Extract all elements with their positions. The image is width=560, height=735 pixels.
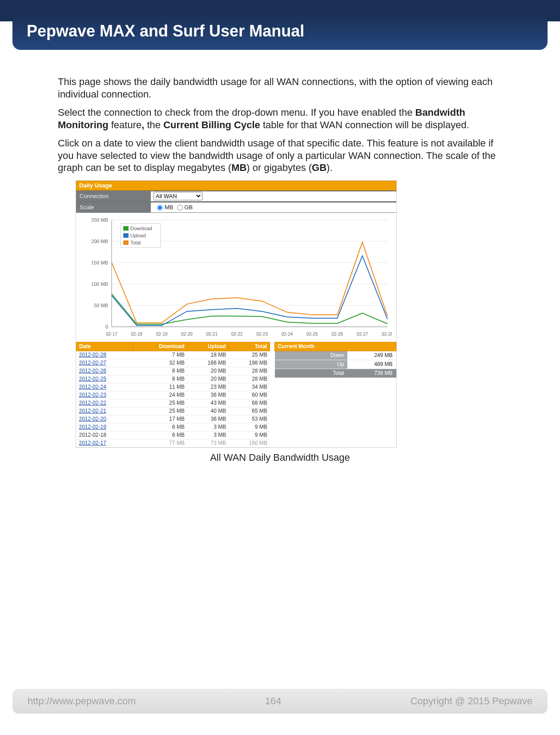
month-down-label: Down: [275, 351, 348, 360]
svg-text:02-21: 02-21: [206, 332, 218, 337]
svg-text:02-26: 02-26: [331, 332, 343, 337]
table-row: 2012-02-2411 MB23 MB34 MB: [77, 383, 270, 391]
svg-text:02-19: 02-19: [156, 332, 168, 337]
date-link[interactable]: 2012-02-22: [79, 400, 106, 406]
table-row: 2012-02-2017 MB36 MB53 MB: [77, 415, 270, 423]
table-row: 2012-02-2324 MB36 MB60 MB: [77, 391, 270, 399]
svg-text:02-28: 02-28: [382, 332, 392, 337]
month-down-val: 249 MB: [347, 351, 396, 360]
paragraph-2: Select the connection to check from the …: [58, 106, 502, 131]
month-title: Current Month: [275, 342, 396, 351]
content: This page shows the daily bandwidth usag…: [58, 76, 502, 463]
date-link[interactable]: 2012-02-21: [79, 408, 106, 414]
footer-page: 164: [265, 695, 282, 707]
connection-label: Connection: [76, 193, 151, 200]
scale-label: Scale: [76, 204, 151, 211]
date-link[interactable]: 2012-02-19: [79, 424, 106, 430]
daily-table: Date Download Upload Total 2012-02-287 M…: [76, 342, 270, 447]
embedded-screenshot: Daily Usage Connection All WAN Scale MB …: [76, 180, 397, 448]
scale-mb-option[interactable]: MB: [153, 204, 173, 211]
svg-text:02-20: 02-20: [181, 332, 193, 337]
section-title: Daily Usage: [76, 181, 396, 191]
date-link[interactable]: 2012-02-23: [79, 392, 106, 398]
table-row: 2012-02-268 MB20 MB28 MB: [77, 367, 270, 375]
date-link[interactable]: 2012-02-17: [79, 440, 106, 446]
footer: http://www.pepwave.com 164 Copyright @ 2…: [12, 689, 548, 714]
table-row: 2012-02-1777 MB73 MB150 MB: [77, 439, 270, 447]
col-date: Date: [77, 342, 133, 351]
month-total-label: Total: [275, 369, 348, 378]
header: Pepwave MAX and Surf User Manual: [12, 12, 548, 50]
current-month-table: Current Month Down 249 MB Up 489 MB Tota…: [274, 342, 396, 378]
svg-text:Upload: Upload: [130, 233, 146, 238]
page-title: Pepwave MAX and Surf User Manual: [27, 22, 304, 41]
table-row: 2012-02-2125 MB40 MB65 MB: [77, 407, 270, 415]
daily-usage-chart: 050 MB100 MB150 MB200 MB250 MB02-1702-18…: [81, 215, 392, 340]
svg-rect-27: [123, 226, 129, 231]
date-link[interactable]: 2012-02-26: [79, 368, 106, 374]
paragraph-1: This page shows the daily bandwidth usag…: [58, 76, 502, 100]
svg-text:02-24: 02-24: [282, 332, 293, 337]
paragraph-3: Click on a date to view the client bandw…: [58, 137, 502, 174]
month-up-label: Up: [275, 360, 348, 369]
table-row: 2012-02-258 MB20 MB28 MB: [77, 375, 270, 383]
svg-text:02-17: 02-17: [106, 332, 117, 337]
svg-text:Total: Total: [130, 240, 141, 245]
lower-tables: Date Download Upload Total 2012-02-287 M…: [76, 342, 396, 447]
scale-row: Scale MB GB: [76, 202, 396, 213]
svg-text:02-23: 02-23: [256, 332, 268, 337]
svg-rect-29: [123, 233, 129, 238]
svg-text:0: 0: [105, 324, 108, 329]
svg-text:Download: Download: [130, 226, 152, 231]
svg-text:02-18: 02-18: [131, 332, 143, 337]
scale-gb-option[interactable]: GB: [173, 204, 193, 211]
svg-text:100 MB: 100 MB: [91, 281, 108, 287]
table-row: 2012-02-2732 MB166 MB198 MB: [77, 359, 270, 367]
scale-mb-radio[interactable]: [157, 205, 163, 211]
svg-rect-31: [123, 240, 129, 245]
svg-text:250 MB: 250 MB: [91, 217, 108, 223]
footer-url: http://www.pepwave.com: [28, 695, 136, 707]
date-link[interactable]: 2012-02-28: [79, 352, 106, 358]
month-up-val: 489 MB: [347, 360, 396, 369]
table-row: 2012-02-2225 MB43 MB68 MB: [77, 399, 270, 407]
date-link[interactable]: 2012-02-27: [79, 360, 106, 366]
svg-text:02-25: 02-25: [306, 332, 318, 337]
svg-text:02-27: 02-27: [357, 332, 368, 337]
table-row: 2012-02-196 MB3 MB9 MB: [77, 423, 270, 431]
svg-text:200 MB: 200 MB: [91, 239, 108, 244]
scale-gb-radio[interactable]: [177, 205, 183, 211]
date-link[interactable]: 2012-02-20: [79, 416, 106, 422]
date-link[interactable]: 2012-02-24: [79, 384, 106, 390]
month-total-val: 738 MB: [347, 369, 396, 378]
svg-text:150 MB: 150 MB: [91, 260, 108, 265]
svg-text:50 MB: 50 MB: [94, 303, 108, 308]
col-upload: Upload: [187, 342, 229, 351]
screenshot-caption: All WAN Daily Bandwidth Usage: [58, 451, 502, 464]
table-row: 2012-02-287 MB18 MB25 MB: [77, 351, 270, 359]
date-link[interactable]: 2012-02-25: [79, 376, 106, 382]
col-download: Download: [133, 342, 187, 351]
table-row: 2012-02-186 MB3 MB9 MB: [77, 431, 270, 439]
col-total: Total: [229, 342, 270, 351]
connection-select[interactable]: All WAN: [153, 192, 202, 200]
svg-text:02-22: 02-22: [231, 332, 243, 337]
chart-area: 050 MB100 MB150 MB200 MB250 MB02-1702-18…: [76, 213, 396, 342]
footer-copyright: Copyright @ 2015 Pepwave: [411, 695, 532, 707]
connection-row: Connection All WAN: [76, 191, 396, 202]
